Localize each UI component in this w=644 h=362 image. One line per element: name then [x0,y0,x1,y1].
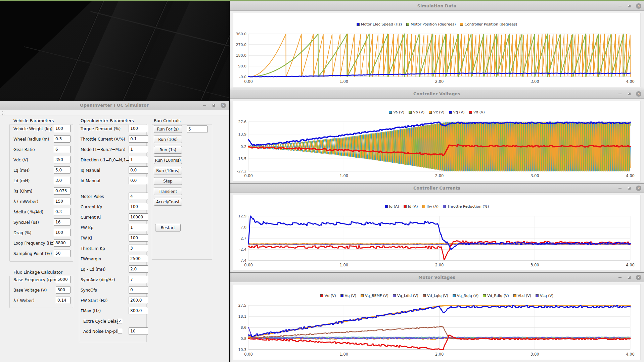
run-button-run-10ms[interactable]: Run (10ms) [154,167,182,174]
legend-item-ifw-a: Ifw (A) [422,204,439,209]
legend-item-vd-v: Vd (V) [469,110,485,114]
openinverter-input-fw-kp[interactable] [129,224,148,231]
svg-text:3.00: 3.00 [531,263,539,267]
openinverter-field-row: FW Start (Hz) [0,296,229,305]
window-titlebar[interactable]: Controller Voltages ✕ [230,89,644,99]
minimize-icon [618,277,622,278]
svg-text:4.00: 4.00 [626,263,635,267]
close-button[interactable]: ✕ [636,186,641,191]
openinverter-input-motor-poles[interactable] [129,193,148,200]
openinverter-input-torque-demand[interactable] [129,125,148,132]
legend-swatch [429,111,432,114]
group-title-openinverter: OpenInverter Parameters [81,118,134,123]
openinverter-input-syncofs[interactable] [129,286,148,294]
run-button-run-1s[interactable]: Run (1s) [154,146,182,154]
openinverter-input-fmax-hz[interactable] [129,307,148,314]
legend-swatch [389,111,392,114]
legend-label: VLq (V) [540,294,553,298]
svg-text:3.00: 3.00 [531,352,539,357]
openinverter-input-direction-1-r-0-n-1-f[interactable] [129,156,148,163]
openinverter-input-mode-1-run-2-man[interactable] [129,146,148,153]
minimize-button[interactable] [617,275,623,280]
openinverter-field-row: Motor Poles [0,192,229,201]
openinverter-input-fwmargin[interactable] [129,255,148,262]
openinverter-checkbox-extra-cycle-delay[interactable]: ✓ [118,319,122,323]
window-titlebar[interactable]: Controller Currents ✕ [230,184,644,193]
group-title-vehicle: Vehicle Parameters [13,118,54,123]
window-title: Motor Voltages [418,275,455,280]
run-button-transient[interactable]: Transient [154,188,182,195]
minimize-button[interactable] [617,186,623,191]
openinverter-input-syncadv-dig-hz[interactable] [129,276,148,283]
window-titlebar[interactable]: Motor Voltages ✕ [230,273,644,282]
svg-text:-0.0: -0.0 [239,75,246,79]
close-icon: ✕ [637,276,640,279]
maximize-button[interactable] [627,3,632,9]
openinverter-input-throtlim-kp[interactable] [129,245,148,252]
openinverter-field-row: ThrotLim Kp [0,244,229,253]
run-button-step[interactable]: Step [154,177,182,185]
legend-label: Vd (V) [473,110,485,114]
legend-item-vd-rdiq-v: Vd_RdIq (V) [483,294,509,298]
legend-label: Vq_RqIq (V) [457,294,478,298]
run-button-run-10s[interactable]: Run (10s) [154,136,182,143]
openinverter-input-throttle-current-a[interactable] [129,135,148,143]
openinverter-field-row: SyncOfs [0,286,229,295]
openinverter-field-row: Id Manual [0,176,229,185]
close-button[interactable]: ✕ [636,3,641,9]
legend-swatch [443,205,446,208]
legend-label: Iq (A) [389,204,399,209]
controller-voltages-window: Controller Voltages ✕ Va (V)Vb (V)Vc (V)… [230,89,644,184]
openinverter-input-add-noise-ap-p[interactable] [129,327,148,335]
run-for-seconds-input[interactable] [187,125,208,133]
svg-text:0.00: 0.00 [244,173,253,178]
svg-text:1.00: 1.00 [339,263,348,267]
openinverter-field-row: FWmargin [0,255,229,263]
legend-item-iq-a: Iq (A) [385,204,399,209]
run-button-run-for-s[interactable]: Run For (s) [154,125,182,133]
legend-item-vq-v: Vq (V) [449,110,465,114]
screen-top-edge [0,0,644,1]
openinverter-input-current-ki[interactable] [129,213,148,221]
close-button[interactable]: ✕ [636,275,641,280]
maximize-icon [628,5,631,7]
close-icon: ✕ [637,187,640,190]
svg-text:1.00: 1.00 [339,352,348,357]
chart-legend: Motor Elec Speed (Hz)Motor Position (deg… [233,16,640,32]
minimize-button[interactable] [617,3,623,9]
openinverter-input-iq-manual[interactable] [129,166,148,174]
svg-text:7.8: 7.8 [241,225,247,229]
close-button[interactable]: ✕ [636,91,641,97]
openinverter-checkbox-add-noise-ap-p[interactable] [118,329,122,333]
svg-text:-0.8: -0.8 [239,337,246,341]
openinverter-input-lq-ld-mh[interactable] [129,265,148,273]
svg-text:18.1: 18.1 [238,314,247,319]
openinverter-input-fw-start-hz[interactable] [129,297,148,304]
openinverter-field-row: Iq Manual [0,166,229,175]
openinverter-input-id-manual[interactable] [129,177,148,184]
chart-plot: 0.001.002.003.004.00360.0270.0180.090.0-… [233,32,640,87]
chart-plot: 0.001.002.003.004.0027.613.90.2-13.5-27.… [233,120,640,181]
openinverter-label-fw-start-hz: FW Start (Hz) [81,298,107,303]
minimize-button[interactable] [617,91,623,97]
legend-item-vld-v: VLd (V) [513,294,531,298]
svg-text:4.00: 4.00 [626,173,635,178]
legend-swatch [460,23,463,26]
legend-label: Vd_LqIq (V) [427,294,448,298]
legend-swatch [406,23,409,26]
maximize-button[interactable] [627,186,632,191]
legend-item-vd-v: Vd (V) [320,294,336,298]
openinverter-input-fw-ki[interactable] [129,234,148,242]
maximize-button[interactable] [627,91,632,97]
openinverter-label-throttle-current-a: Throttle Current (A/%) [81,137,125,142]
legend-swatch [453,294,456,297]
run-button-restart[interactable]: Restart [155,224,181,231]
openinverter-input-current-kp[interactable] [129,203,148,210]
svg-text:27.6: 27.6 [238,120,247,124]
window-titlebar[interactable]: Simulation Data ✕ [230,1,644,11]
run-button-accel-coast[interactable]: Accel/Coast [154,198,182,206]
maximize-button[interactable] [627,275,632,280]
simulation-data-window: Simulation Data ✕ Motor Elec Speed (Hz)M… [230,1,644,89]
svg-text:12.9: 12.9 [238,214,247,218]
run-button-run-100ms[interactable]: Run (100ms) [154,156,182,164]
